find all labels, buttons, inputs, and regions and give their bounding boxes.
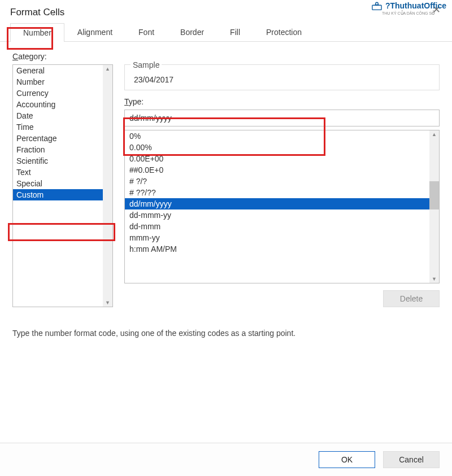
category-item[interactable]: Custom	[13, 189, 103, 200]
ok-button[interactable]: OK	[319, 451, 375, 468]
sample-label: Sample	[131, 60, 162, 69]
format-item[interactable]: 0.00%	[125, 142, 429, 153]
category-item[interactable]: Accounting	[13, 99, 103, 110]
format-item[interactable]: dd-mmm	[125, 221, 429, 232]
category-item[interactable]: General	[13, 65, 103, 76]
sample-value: 23/04/2017	[131, 75, 433, 84]
category-item[interactable]: Fraction	[13, 144, 103, 155]
format-item[interactable]: 0.00E+00	[125, 153, 429, 164]
category-item[interactable]: Time	[13, 121, 103, 133]
format-item[interactable]: # ?/?	[125, 176, 429, 187]
help-text: Type the number format code, using one o…	[0, 329, 452, 338]
format-item[interactable]: # ??/??	[125, 187, 429, 198]
dialog-body: Category: GeneralNumberCurrencyAccountin…	[0, 42, 452, 313]
tab-number[interactable]: Number	[10, 23, 64, 42]
category-item[interactable]: Date	[13, 110, 103, 121]
type-label: Type:	[124, 97, 440, 106]
tab-font[interactable]: Font	[125, 23, 167, 41]
watermark-icon	[371, 1, 383, 11]
category-item[interactable]: Scientific	[13, 155, 103, 167]
columns: GeneralNumberCurrencyAccountingDateTimeP…	[12, 64, 440, 307]
format-item[interactable]: dd/mm/yyyy	[125, 198, 429, 209]
dialog-footer: OK Cancel	[0, 443, 452, 476]
format-item[interactable]: ##0.0E+0	[125, 164, 429, 176]
category-label: Category:	[12, 52, 440, 61]
category-listbox[interactable]: GeneralNumberCurrencyAccountingDateTimeP…	[12, 64, 113, 307]
tab-protection[interactable]: Protection	[253, 23, 315, 41]
category-item[interactable]: Currency	[13, 88, 103, 99]
right-panel: Sample 23/04/2017 Type: 0%0.00%0.00E+00#…	[124, 64, 440, 307]
category-scrollbar[interactable]	[103, 65, 112, 307]
category-item[interactable]: Text	[13, 167, 103, 178]
watermark-text: ?ThuthuatOffice	[385, 1, 446, 10]
format-item[interactable]: h:mm AM/PM	[125, 243, 429, 255]
type-input[interactable]	[124, 110, 440, 126]
tab-border[interactable]: Border	[167, 23, 217, 41]
format-scroll-thumb[interactable]	[429, 181, 439, 209]
category-item[interactable]: Percentage	[13, 133, 103, 144]
delete-row: Delete	[124, 290, 440, 307]
category-item[interactable]: Special	[13, 178, 103, 189]
format-listbox[interactable]: 0%0.00%0.00E+00##0.0E+0# ?/?# ??/??dd/mm…	[124, 130, 440, 283]
watermark: ?ThuthuatOffice THU KÝ CỦA DÂN CÔNG SỞ	[371, 1, 446, 16]
watermark-tagline: THU KÝ CỦA DÂN CÔNG SỞ	[371, 11, 446, 16]
svg-point-1	[376, 3, 379, 6]
format-cells-dialog: Format Cells ✕ ?ThuthuatOffice THU KÝ CỦ…	[0, 0, 452, 476]
category-item[interactable]: Number	[13, 76, 103, 88]
format-item[interactable]: 0%	[125, 130, 429, 142]
format-item[interactable]: dd-mmm-yy	[125, 209, 429, 221]
tab-bar: NumberAlignmentFontBorderFillProtection	[0, 23, 452, 42]
cancel-button[interactable]: Cancel	[383, 451, 440, 468]
tab-alignment[interactable]: Alignment	[64, 23, 125, 41]
format-scrollbar[interactable]	[429, 130, 439, 283]
svg-rect-0	[372, 5, 381, 10]
delete-button[interactable]: Delete	[383, 290, 440, 307]
format-item[interactable]: mmm-yy	[125, 232, 429, 243]
sample-group: Sample 23/04/2017	[124, 64, 440, 90]
tab-fill[interactable]: Fill	[217, 23, 253, 41]
